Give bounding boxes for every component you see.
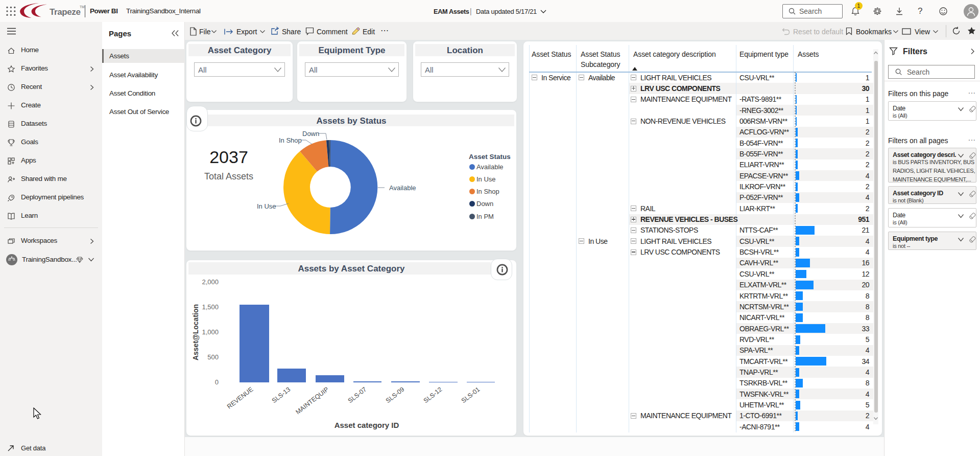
svg-text:TM: TM: [80, 5, 84, 9]
svg-text:Trapeze: Trapeze: [50, 7, 81, 17]
